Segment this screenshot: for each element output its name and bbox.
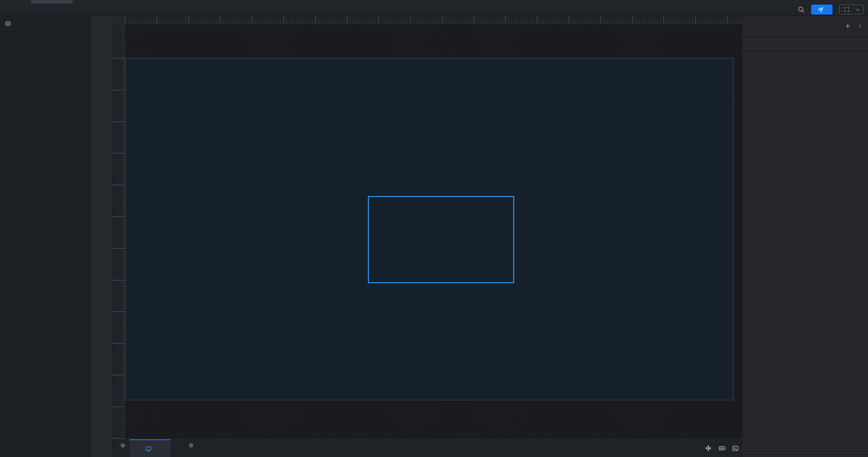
- chevron-down-icon: [856, 7, 859, 10]
- inspector-panel: [742, 16, 868, 457]
- layers-icon: [5, 20, 11, 27]
- background-layer-button[interactable]: [183, 439, 198, 457]
- add-state-icon[interactable]: [844, 23, 851, 29]
- subboard-tab[interactable]: [130, 439, 170, 457]
- preview-button[interactable]: [839, 5, 863, 15]
- keyboard-shortcuts-icon[interactable]: [718, 445, 726, 452]
- add-circle-icon[interactable]: [120, 443, 125, 448]
- selection-border: [368, 196, 514, 283]
- ruler-horizontal: [112, 16, 742, 24]
- editor-status-bar: [742, 449, 868, 457]
- canvas-footer-bar: [112, 439, 742, 457]
- publish-button[interactable]: [811, 5, 833, 15]
- add-subboard-button[interactable]: [170, 439, 183, 457]
- menu-bar: [0, 4, 868, 16]
- component-dock: [91, 16, 112, 457]
- ruler-corner: [112, 16, 125, 24]
- foreground-layer-button[interactable]: [115, 439, 130, 457]
- menubar-spacer: [0, 4, 798, 15]
- add-circle-icon[interactable]: [188, 443, 193, 448]
- console-icon[interactable]: [732, 445, 739, 452]
- browser-tab-sliver: [31, 0, 73, 4]
- current-state-row: [742, 16, 868, 37]
- monitor-icon: [145, 446, 152, 452]
- layers-panel: [0, 16, 91, 457]
- search-icon[interactable]: [798, 6, 805, 13]
- editor-canvas[interactable]: [112, 16, 742, 439]
- fit-to-screen-icon[interactable]: [704, 444, 712, 452]
- selected-chart-component[interactable]: [368, 196, 514, 283]
- fullscreen-brackets-icon: [844, 7, 849, 12]
- layers-panel-header: [0, 16, 90, 31]
- chevron-right-icon[interactable]: [858, 24, 863, 29]
- ruler-vertical: [112, 16, 125, 439]
- window-top-strip: [0, 0, 868, 4]
- paper-plane-icon: [818, 7, 823, 13]
